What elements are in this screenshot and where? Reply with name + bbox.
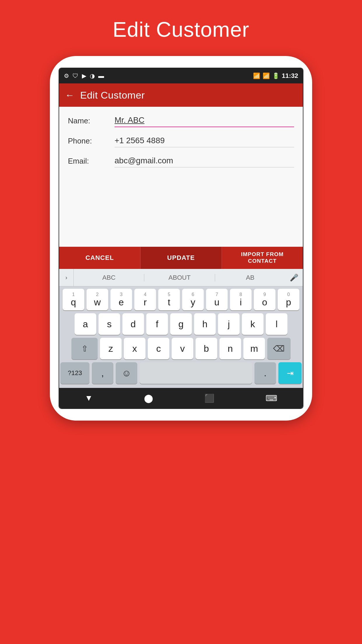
- autocomplete-item-ab[interactable]: AB: [215, 274, 285, 281]
- play-icon: ▶: [82, 72, 86, 79]
- enter-icon: ⇥: [287, 368, 294, 378]
- status-bar-right: 📶 📶 🔋 11:32: [253, 72, 298, 80]
- shift-icon: ⇧: [81, 344, 88, 354]
- nav-back-icon[interactable]: ▼: [85, 393, 93, 403]
- email-input-wrapper[interactable]: abc@gmail.com: [115, 156, 294, 167]
- key-p[interactable]: 0p: [278, 289, 299, 310]
- nav-bar: ▼ ⬤ ⬛ ⌨: [59, 388, 303, 408]
- phone-screen: ⚙ 🛡 ▶ ◑ ▬ 📶 📶 🔋 11:32 ← Edit Customer Na…: [59, 68, 303, 409]
- settings-icon: ⚙: [64, 72, 69, 79]
- battery-status-icon: 🔋: [272, 72, 280, 79]
- name-field-row: Name: Mr. ABC: [68, 116, 294, 130]
- update-button[interactable]: UPDATE: [140, 247, 222, 269]
- cancel-label: CANCEL: [85, 254, 114, 262]
- status-bar-left: ⚙ 🛡 ▶ ◑ ▬: [64, 72, 104, 79]
- autocomplete-text-ab: AB: [246, 274, 254, 281]
- back-button[interactable]: ←: [65, 90, 74, 101]
- key-w[interactable]: 2w: [87, 289, 108, 310]
- key-g[interactable]: g: [170, 313, 192, 335]
- key-z[interactable]: z: [100, 338, 122, 359]
- nav-recent-icon[interactable]: ⬛: [204, 393, 215, 403]
- key-c[interactable]: c: [148, 338, 169, 359]
- autocomplete-text-about: ABOUT: [168, 274, 191, 281]
- app-bar: ← Edit Customer: [59, 83, 303, 107]
- phone-value[interactable]: +1 2565 4889: [115, 136, 165, 145]
- microphone-icon: 🎤: [290, 274, 298, 282]
- nav-home-icon[interactable]: ⬤: [144, 393, 153, 403]
- key-d[interactable]: d: [122, 313, 144, 335]
- app-bar-title: Edit Customer: [80, 90, 145, 101]
- update-label: UPDATE: [167, 254, 195, 262]
- autocomplete-item-about[interactable]: ABOUT: [144, 274, 215, 281]
- autocomplete-text-abc: ABC: [102, 274, 115, 281]
- email-field-row: Email: abc@gmail.com: [68, 156, 294, 170]
- status-time: 11:32: [282, 72, 298, 80]
- key-b[interactable]: b: [196, 338, 217, 359]
- comma-key[interactable]: ,: [92, 362, 113, 384]
- page-title: Edit Customer: [113, 18, 249, 41]
- shift-key[interactable]: ⇧: [71, 338, 98, 359]
- phone-label: Phone:: [68, 136, 115, 147]
- form-spacer: [68, 176, 294, 229]
- chevron-right-icon: ›: [65, 274, 67, 281]
- backspace-icon: ⌫: [273, 344, 285, 354]
- form-area: Name: Mr. ABC Phone: +1 2565 4889 Email:…: [59, 107, 303, 247]
- keyboard-rows: 1q 2w 3e 4r 5t 6y 7u 8i 9o 0p a s d f: [59, 286, 303, 388]
- enter-key[interactable]: ⇥: [278, 362, 302, 384]
- key-f[interactable]: f: [146, 313, 168, 335]
- autocomplete-bar: › ABC ABOUT AB 🎤: [59, 269, 303, 286]
- key-row-1: 1q 2w 3e 4r 5t 6y 7u 8i 9o 0p: [60, 289, 302, 310]
- key-t[interactable]: 5t: [158, 289, 180, 310]
- key-y[interactable]: 6y: [182, 289, 204, 310]
- key-j[interactable]: j: [218, 313, 240, 335]
- email-value[interactable]: abc@gmail.com: [115, 156, 173, 165]
- key-a[interactable]: a: [75, 313, 96, 335]
- phone-shell: ⚙ 🛡 ▶ ◑ ▬ 📶 📶 🔋 11:32 ← Edit Customer Na…: [50, 56, 312, 421]
- period-key[interactable]: .: [254, 362, 276, 384]
- battery-icon: ▬: [98, 73, 104, 79]
- key-s[interactable]: s: [99, 313, 120, 335]
- key-v[interactable]: v: [172, 338, 193, 359]
- backspace-key[interactable]: ⌫: [267, 338, 291, 359]
- signal-icon: 📶: [263, 72, 270, 79]
- numbers-key[interactable]: ?123: [60, 362, 89, 384]
- emoji-key[interactable]: ☺: [116, 362, 137, 384]
- key-h[interactable]: h: [194, 313, 216, 335]
- key-k[interactable]: k: [242, 313, 263, 335]
- key-o[interactable]: 9o: [254, 289, 275, 310]
- wifi-icon: 📶: [253, 72, 260, 79]
- action-bar: CANCEL UPDATE IMPORT FROMCONTACT: [59, 247, 303, 269]
- name-label: Name:: [68, 116, 115, 127]
- phone-field-row: Phone: +1 2565 4889: [68, 136, 294, 150]
- key-e[interactable]: 3e: [110, 289, 132, 310]
- key-row-3: ⇧ z x c v b n m ⌫: [60, 338, 302, 359]
- space-key[interactable]: [140, 362, 252, 384]
- import-contact-label: IMPORT FROMCONTACT: [241, 251, 284, 265]
- key-i[interactable]: 8i: [230, 289, 252, 310]
- autocomplete-expand-button[interactable]: ›: [59, 269, 74, 286]
- key-row-2: a s d f g h j k l: [60, 313, 302, 335]
- name-input-wrapper[interactable]: Mr. ABC: [115, 116, 294, 127]
- key-q[interactable]: 1q: [63, 289, 84, 310]
- shield-icon: 🛡: [73, 73, 78, 79]
- key-m[interactable]: m: [243, 338, 265, 359]
- import-contact-button[interactable]: IMPORT FROMCONTACT: [222, 247, 303, 269]
- name-value[interactable]: Mr. ABC: [115, 116, 145, 125]
- key-n[interactable]: n: [219, 338, 241, 359]
- key-r[interactable]: 4r: [134, 289, 156, 310]
- key-row-4: ?123 , ☺ . ⇥: [60, 362, 302, 384]
- autocomplete-suggestions: ABC ABOUT AB: [74, 274, 285, 281]
- circle-icon: ◑: [90, 72, 95, 79]
- status-bar: ⚙ 🛡 ▶ ◑ ▬ 📶 📶 🔋 11:32: [59, 68, 303, 83]
- autocomplete-item-abc[interactable]: ABC: [74, 274, 144, 281]
- keyboard-area: › ABC ABOUT AB 🎤: [59, 269, 303, 408]
- microphone-button[interactable]: 🎤: [285, 274, 303, 282]
- key-x[interactable]: x: [124, 338, 145, 359]
- nav-keyboard-icon[interactable]: ⌨: [266, 393, 277, 403]
- cancel-button[interactable]: CANCEL: [59, 247, 140, 269]
- phone-input-wrapper[interactable]: +1 2565 4889: [115, 136, 294, 147]
- key-l[interactable]: l: [266, 313, 287, 335]
- email-label: Email:: [68, 157, 115, 167]
- key-u[interactable]: 7u: [206, 289, 228, 310]
